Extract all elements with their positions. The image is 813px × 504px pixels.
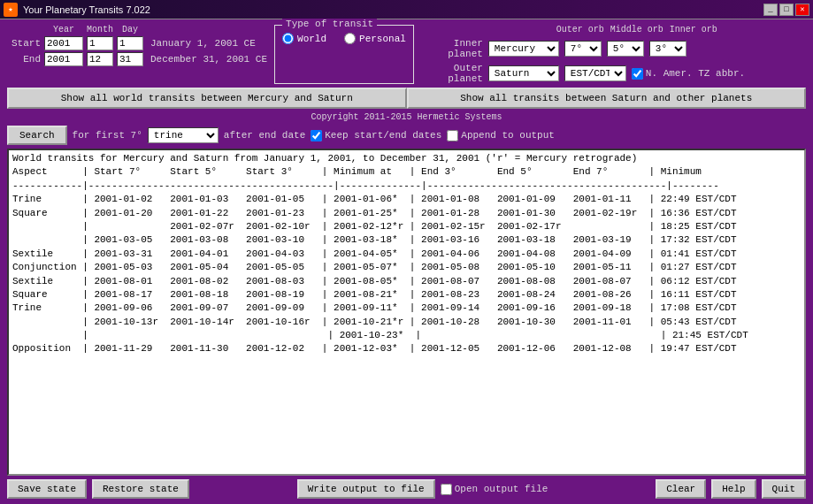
- year-header: Year: [44, 25, 83, 34]
- output-area[interactable]: World transits for Mercury and Saturn fr…: [7, 149, 806, 476]
- world-radio-option[interactable]: World: [282, 33, 326, 44]
- open-output-checkbox[interactable]: [441, 484, 452, 495]
- action-button-row: Show all world transits between Mercury …: [7, 88, 806, 109]
- end-day-input[interactable]: [117, 52, 143, 66]
- outer-planet-row: Outer planet Saturn Jupiter Uranus Neptu…: [421, 63, 745, 84]
- start-day-input[interactable]: [117, 36, 143, 50]
- planet-orb-section: Outer orb Middle orb Inner orb Inner pla…: [421, 25, 745, 84]
- outer-planet-label: Outer planet: [421, 63, 483, 84]
- transit-type-legend: Type of transit: [282, 19, 377, 29]
- app-icon: ★: [4, 3, 18, 17]
- n-amer-checkbox[interactable]: [632, 68, 643, 80]
- personal-radio[interactable]: [344, 33, 356, 44]
- start-label: Start: [7, 38, 41, 49]
- output-text: World transits for Mercury and Saturn fr…: [12, 152, 801, 356]
- bottom-bar: Save state Restore state Write output to…: [7, 479, 806, 499]
- inner-planet-label: Inner planet: [421, 38, 483, 59]
- save-state-button[interactable]: Save state: [7, 479, 87, 499]
- transit-type-radio-row: World Personal: [282, 29, 406, 44]
- outer-orb-label: Outer orb: [554, 25, 607, 34]
- title-bar: ★ Your Planetary Transits 7.022 _ □ ✕: [0, 0, 813, 19]
- outer-planet-select[interactable]: Saturn Jupiter Uranus Neptune Pluto: [488, 65, 559, 81]
- copyright: Copyright 2011-2015 Hermetic Systems: [7, 112, 806, 122]
- personal-radio-option[interactable]: Personal: [344, 33, 406, 44]
- transit-type-box: Type of transit World Personal: [274, 25, 414, 84]
- after-label: after end date: [224, 130, 305, 141]
- inner-orb-label: Inner orb: [667, 25, 720, 34]
- start-date-row: Start January 1, 2001 CE: [7, 36, 267, 50]
- restore-state-button[interactable]: Restore state: [92, 479, 189, 499]
- main-content: Year Month Day Start January 1, 2001 CE …: [0, 19, 813, 504]
- quit-button[interactable]: Quit: [762, 479, 806, 499]
- open-output-text: Open output file: [455, 484, 548, 494]
- write-output-button[interactable]: Write output to file: [297, 479, 435, 499]
- append-output-label[interactable]: Append to output: [447, 130, 555, 141]
- day-header: Day: [117, 25, 143, 34]
- month-header: Month: [87, 25, 113, 34]
- start-year-input[interactable]: [44, 36, 83, 50]
- end-date-display: December 31, 2001 CE: [150, 54, 267, 65]
- minimize-button[interactable]: _: [763, 4, 778, 16]
- n-amer-checkbox-label[interactable]: N. Amer. TZ abbr.: [632, 68, 745, 80]
- append-output-checkbox[interactable]: [447, 130, 458, 141]
- inner-planet-select[interactable]: Mercury Venus Mars Sun Moon: [488, 41, 559, 57]
- for-label: for first 7°: [73, 130, 142, 141]
- close-button[interactable]: ✕: [795, 4, 809, 16]
- maximize-button[interactable]: □: [779, 4, 794, 16]
- help-button[interactable]: Help: [711, 479, 755, 499]
- top-section: Year Month Day Start January 1, 2001 CE …: [7, 25, 806, 84]
- keep-dates-checkbox[interactable]: [311, 130, 322, 141]
- end-year-input[interactable]: [44, 52, 83, 66]
- keep-dates-label[interactable]: Keep start/end dates: [311, 130, 441, 141]
- title-bar-buttons: _ □ ✕: [763, 4, 809, 16]
- search-button[interactable]: Search: [7, 126, 67, 145]
- title-bar-text: Your Planetary Transits 7.022: [23, 4, 763, 15]
- outer-orb-select[interactable]: 7°6°5°4°3°: [564, 41, 602, 57]
- world-transits-button[interactable]: Show all world transits between Mercury …: [7, 88, 407, 109]
- append-output-text: Append to output: [461, 130, 555, 141]
- tz-section: EST/CDT PST/PDT CST/CDT MST/MDT GMT N. A…: [564, 65, 745, 81]
- inner-planet-row: Inner planet Mercury Venus Mars Sun Moon…: [421, 38, 745, 59]
- world-radio[interactable]: [282, 33, 294, 44]
- start-month-input[interactable]: [87, 36, 113, 50]
- personal-label: Personal: [359, 34, 406, 44]
- inner-orb-select[interactable]: 3°2°1°: [649, 41, 686, 57]
- clear-button[interactable]: Clear: [656, 479, 706, 499]
- date-header: Year Month Day: [44, 25, 267, 34]
- middle-orb-select[interactable]: 5°4°3°2°1°: [607, 41, 644, 57]
- middle-orb-label: Middle orb: [610, 25, 663, 34]
- open-output-label[interactable]: Open output file: [441, 484, 548, 495]
- search-row: Search for first 7° conjunction sextile …: [7, 126, 806, 145]
- tz-select[interactable]: EST/CDT PST/PDT CST/CDT MST/MDT GMT: [564, 65, 626, 81]
- keep-dates-text: Keep start/end dates: [325, 130, 441, 141]
- personal-transits-button[interactable]: Show all transits between Saturn and oth…: [407, 88, 807, 109]
- end-date-row: End December 31, 2001 CE: [7, 52, 267, 66]
- end-label: End: [7, 54, 41, 65]
- date-section: Year Month Day Start January 1, 2001 CE …: [7, 25, 267, 84]
- aspect-select[interactable]: conjunction sextile square trine opposit…: [148, 127, 219, 143]
- end-month-input[interactable]: [87, 52, 113, 66]
- n-amer-label: N. Amer. TZ abbr.: [646, 68, 745, 79]
- start-date-display: January 1, 2001 CE: [150, 38, 256, 49]
- world-label: World: [297, 34, 326, 44]
